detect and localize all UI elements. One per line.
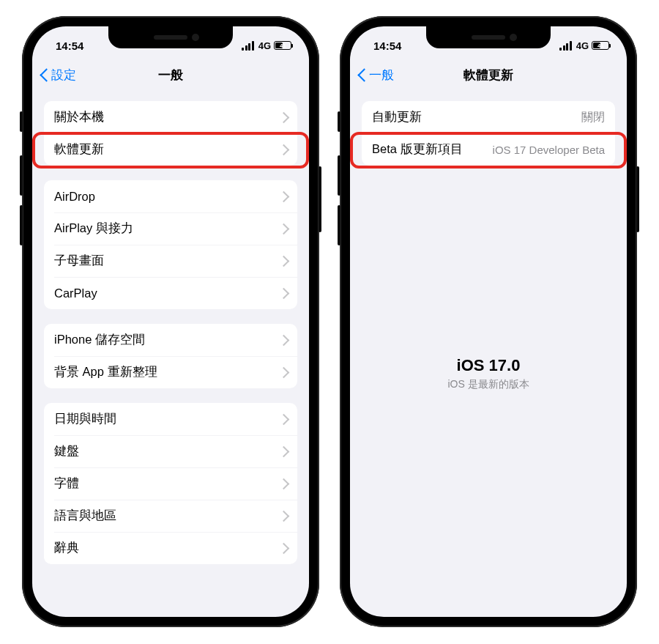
row-datetime[interactable]: 日期與時間	[44, 403, 297, 435]
row-label: 鍵盤	[54, 443, 275, 459]
chevron-left-icon	[357, 67, 366, 82]
chevron-right-icon	[281, 335, 287, 345]
row-storage[interactable]: iPhone 儲存空間	[44, 324, 297, 356]
signal-icon	[559, 41, 572, 51]
phone-right: 14:54 4G 41 一般 軟體更新 自動更新 關閉 Beta 版更新項目	[340, 16, 637, 627]
signal-icon	[242, 41, 254, 51]
row-auto-update[interactable]: 自動更新 關閉	[362, 101, 615, 133]
row-label: iPhone 儲存空間	[54, 332, 275, 348]
row-about[interactable]: 關於本機	[44, 101, 297, 133]
row-value: 關閉	[581, 110, 605, 125]
row-keyboard[interactable]: 鍵盤	[44, 435, 297, 467]
ios-version: iOS 17.0	[362, 356, 615, 375]
row-carplay[interactable]: CarPlay	[44, 277, 297, 309]
group-storage: iPhone 儲存空間 背景 App 重新整理	[44, 324, 297, 388]
status-right: 4G 41	[559, 40, 609, 51]
network-label: 4G	[576, 40, 589, 51]
chevron-right-icon	[281, 144, 287, 155]
back-label: 設定	[51, 67, 76, 84]
row-label: 軟體更新	[54, 141, 275, 158]
row-beta-updates[interactable]: Beta 版更新項目 iOS 17 Developer Beta	[362, 133, 615, 166]
update-status-text: iOS 是最新的版本	[362, 378, 615, 391]
screen-general: 14:54 4G 41 設定 一般 關於本機 軟體更新	[32, 26, 309, 617]
row-label: 關於本機	[54, 109, 275, 125]
group-about: 關於本機 軟體更新	[44, 101, 297, 166]
content-update[interactable]: 自動更新 關閉 Beta 版更新項目 iOS 17 Developer Beta…	[350, 91, 627, 617]
content-general[interactable]: 關於本機 軟體更新 AirDrop AirPlay 與接力	[32, 91, 309, 617]
chevron-right-icon	[281, 191, 287, 201]
row-airplay[interactable]: AirPlay 與接力	[44, 212, 297, 245]
chevron-right-icon	[281, 414, 287, 424]
notch	[426, 26, 551, 48]
row-label: AirDrop	[54, 190, 275, 204]
row-label: Beta 版更新項目	[372, 141, 493, 158]
chevron-left-icon	[40, 67, 48, 82]
nav-bar: 一般 軟體更新	[350, 59, 627, 91]
battery-icon: 41	[592, 41, 609, 50]
group-airdrop: AirDrop AirPlay 與接力 子母畫面 CarPlay	[44, 180, 297, 309]
chevron-right-icon	[281, 223, 287, 234]
status-time: 14:54	[56, 40, 83, 52]
update-status: iOS 17.0 iOS 是最新的版本	[362, 356, 615, 391]
mute-switch	[338, 111, 340, 132]
page-title: 一般	[158, 67, 183, 84]
network-label: 4G	[258, 40, 271, 51]
chevron-right-icon	[281, 543, 287, 553]
mute-switch	[20, 111, 23, 132]
notch	[108, 26, 233, 48]
chevron-right-icon	[281, 511, 287, 521]
chevron-right-icon	[281, 478, 287, 489]
group-general2: 日期與時間 鍵盤 字體 語言與地區 辭典	[44, 403, 297, 564]
row-label: 日期與時間	[54, 411, 275, 427]
chevron-right-icon	[281, 112, 287, 122]
page-title: 軟體更新	[463, 67, 513, 84]
status-right: 4G 41	[242, 40, 291, 51]
volume-up	[338, 155, 340, 196]
row-language[interactable]: 語言與地區	[44, 500, 297, 532]
row-fonts[interactable]: 字體	[44, 467, 297, 500]
row-label: CarPlay	[54, 286, 275, 300]
chevron-right-icon	[281, 446, 287, 456]
back-button[interactable]: 設定	[40, 59, 76, 91]
row-software-update[interactable]: 軟體更新	[44, 133, 297, 166]
status-time: 14:54	[373, 40, 401, 52]
volume-up	[20, 155, 23, 196]
chevron-right-icon	[281, 367, 287, 377]
row-label: 辭典	[54, 540, 275, 556]
row-label: 語言與地區	[54, 508, 275, 524]
battery-icon: 41	[274, 41, 291, 50]
volume-down	[338, 205, 340, 245]
screen-software-update: 14:54 4G 41 一般 軟體更新 自動更新 關閉 Beta 版更新項目	[350, 26, 627, 617]
row-label: 字體	[54, 475, 275, 492]
row-label: AirPlay 與接力	[54, 221, 275, 237]
power-button	[319, 166, 321, 232]
volume-down	[20, 205, 23, 245]
row-dictionary[interactable]: 辭典	[44, 532, 297, 564]
chevron-right-icon	[281, 256, 287, 266]
power-button	[636, 166, 639, 232]
row-background-refresh[interactable]: 背景 App 重新整理	[44, 356, 297, 388]
row-label: 背景 App 重新整理	[54, 364, 275, 380]
back-button[interactable]: 一般	[357, 59, 394, 91]
row-label: 子母畫面	[54, 253, 275, 269]
phone-left: 14:54 4G 41 設定 一般 關於本機 軟體更新	[22, 16, 319, 627]
group-update-options: 自動更新 關閉 Beta 版更新項目 iOS 17 Developer Beta	[362, 101, 615, 166]
row-pip[interactable]: 子母畫面	[44, 245, 297, 277]
row-value: iOS 17 Developer Beta	[493, 144, 605, 156]
nav-bar: 設定 一般	[32, 59, 309, 91]
back-label: 一般	[369, 67, 394, 84]
row-airdrop[interactable]: AirDrop	[44, 180, 297, 212]
chevron-right-icon	[281, 288, 287, 298]
row-label: 自動更新	[372, 109, 581, 125]
